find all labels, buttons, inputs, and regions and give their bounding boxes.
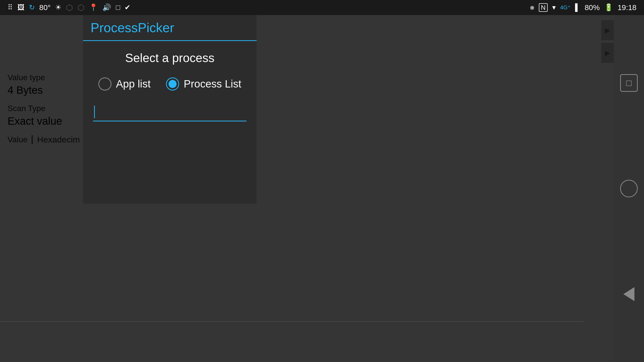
bluetooth-icon: ⎈ — [530, 4, 534, 11]
search-input[interactable] — [95, 107, 246, 117]
time-text: 19:18 — [618, 3, 636, 12]
radio-selected-inner — [169, 80, 177, 88]
modal-header: ProcessPicker — [83, 13, 257, 41]
hexagon2-icon: ⬡ — [77, 4, 85, 12]
battery-text: 80% — [585, 3, 600, 12]
temperature-text: 80° — [39, 3, 51, 12]
modal-title: ProcessPicker — [91, 20, 249, 35]
square-nav-button[interactable]: □ — [620, 74, 638, 92]
app-list-label: App list — [116, 78, 151, 90]
hexagon1-icon: ⬡ — [66, 4, 73, 12]
nfc-icon: N — [539, 3, 548, 12]
app-list-option[interactable]: App list — [98, 77, 151, 90]
modal-body: Select a process App list Process List — [83, 41, 257, 131]
status-bar-left: ⠿ 🖼 ↻ 80° ☀ ⬡ ⬡ 📍 🔊 □ ✔ — [8, 3, 130, 12]
grid-icon: ⠿ — [8, 4, 13, 11]
radio-group: App list Process List — [91, 77, 249, 90]
sun-icon: ☀ — [55, 4, 61, 11]
process-list-label: Process List — [184, 78, 241, 90]
image-icon: 🖼 — [17, 4, 24, 11]
volume-icon: 🔊 — [102, 4, 111, 11]
app-list-radio[interactable] — [98, 77, 111, 90]
process-list-option[interactable]: Process List — [166, 77, 241, 90]
status-bar: ⠿ 🖼 ↻ 80° ☀ ⬡ ⬡ 📍 🔊 □ ✔ ⎈ N ▾ 4G⁺ ▌ 80% … — [0, 0, 644, 15]
process-list-radio[interactable] — [166, 77, 179, 90]
refresh-icon: ↻ — [29, 4, 35, 11]
battery-icon: 🔋 — [604, 4, 613, 11]
square-icon: □ — [116, 4, 120, 11]
circle-nav-button[interactable] — [620, 180, 638, 197]
map-pin-icon: 📍 — [89, 4, 98, 11]
right-nav: □ — [614, 15, 644, 362]
wifi-icon: ▾ — [552, 4, 556, 11]
4g-icon: 4G⁺ — [560, 5, 571, 10]
search-container — [91, 103, 249, 121]
checkmark-icon: ✔ — [125, 4, 130, 11]
modal-subtitle: Select a process — [91, 51, 249, 65]
status-bar-right: ⎈ N ▾ 4G⁺ ▌ 80% 🔋 19:18 — [530, 3, 636, 12]
signal-icon: ▌ — [575, 4, 580, 11]
back-nav-button[interactable] — [620, 285, 638, 303]
process-picker-modal: ProcessPicker Select a process App list … — [83, 13, 257, 204]
search-input-wrapper — [93, 103, 247, 121]
